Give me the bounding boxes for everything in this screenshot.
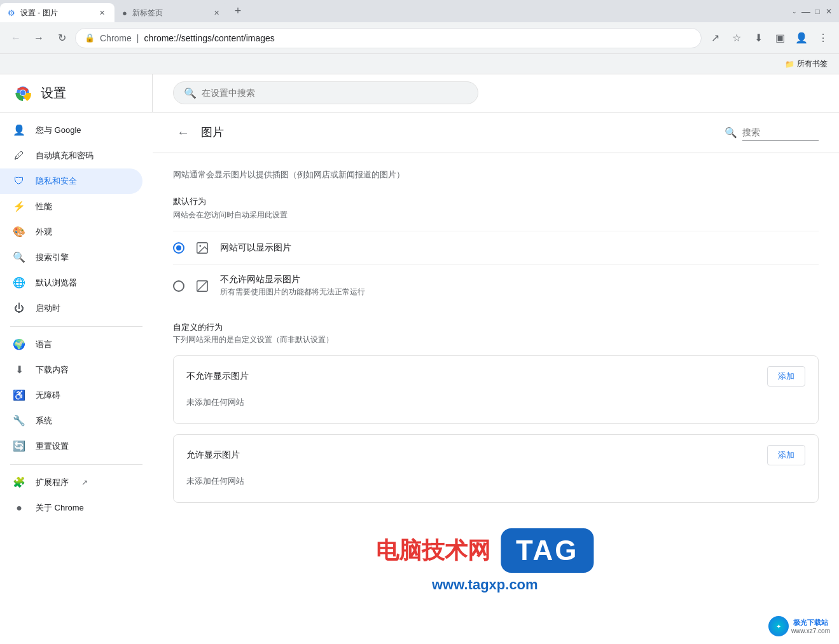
sidebar-label-browser: 默认浏览器: [36, 277, 77, 289]
download-icon[interactable]: ⬇: [749, 29, 768, 48]
bookmarks-folder[interactable]: 📁 所有书签: [780, 56, 833, 72]
sidebar-item-autofill[interactable]: 🖊 自动填充和密码: [0, 143, 142, 168]
allow-images-option[interactable]: 网站可以显示图片: [173, 231, 819, 264]
bookmark-icon[interactable]: ☆: [727, 29, 746, 48]
panel-search-input[interactable]: [742, 125, 819, 140]
extensions-icon: 🧩: [13, 476, 25, 489]
sidebar-label-reset: 重置设置: [36, 441, 69, 452]
allow-list-empty: 未添加任何网站: [186, 470, 805, 492]
sidebar-item-search[interactable]: 🔍 搜索引擎: [0, 245, 142, 270]
sidebar-item-browser[interactable]: 🌐 默认浏览器: [0, 270, 142, 296]
sidebar-item-startup[interactable]: ⏻ 启动时: [0, 296, 142, 321]
titlebar: ⚙ 设置 - 图片 ✕ ● 新标签页 ✕ + ⌄ — □ ✕: [0, 0, 839, 22]
panel-search-icon: 🔍: [725, 127, 737, 139]
svg-point-5: [199, 245, 201, 247]
newtab-tab[interactable]: ● 新标签页 ✕: [114, 3, 229, 22]
sidebar-label-startup: 启动时: [36, 303, 60, 314]
allow-images-radio[interactable]: [173, 242, 184, 254]
global-search-icon: 🔍: [184, 87, 197, 99]
sidebar-item-download[interactable]: ⬇ 下载内容: [0, 357, 142, 383]
profile-icon[interactable]: 👤: [792, 29, 811, 48]
allow-list-add-button[interactable]: 添加: [767, 445, 805, 465]
sidebar-item-privacy[interactable]: 🛡 隐私和安全: [0, 168, 142, 194]
share-icon[interactable]: ↗: [705, 29, 725, 48]
block-images-label: 不允许网站显示图片: [220, 274, 819, 285]
radio-inner-dot: [176, 245, 181, 250]
global-search-box[interactable]: 🔍: [173, 81, 478, 104]
allow-list-title: 允许显示图片: [186, 449, 240, 461]
svg-line-7: [197, 281, 208, 292]
allow-list-section: 允许显示图片 添加 未添加任何网站: [173, 434, 819, 503]
sidebar-label-accessibility: 无障碍: [36, 390, 60, 401]
performance-icon: ⚡: [13, 200, 25, 213]
sidebar-divider-1: [10, 326, 142, 327]
addressbar: ← → ↻ 🔒 Chrome | chrome://settings/conte…: [0, 22, 839, 54]
allow-images-icon: [195, 240, 210, 256]
system-icon: 🔧: [13, 414, 25, 427]
forward-button[interactable]: →: [29, 29, 48, 48]
minimize-arrow: ⌄: [789, 6, 800, 17]
address-separator: |: [137, 33, 139, 43]
back-button[interactable]: ←: [6, 29, 25, 48]
accessibility-icon: ♿: [13, 389, 25, 402]
new-tab-button[interactable]: +: [229, 3, 247, 20]
settings-tab[interactable]: ⚙ 设置 - 图片 ✕: [0, 3, 114, 22]
panel-description: 网站通常会显示图片以提供插图（例如网店或新闻报道的图片）: [173, 168, 819, 181]
block-images-text: 不允许网站显示图片 所有需要使用图片的功能都将无法正常运行: [220, 274, 819, 298]
settings-tab-title: 设置 - 图片: [20, 8, 92, 18]
sidebar-label-autofill: 自动填充和密码: [36, 150, 94, 161]
download-icon: ⬇: [13, 364, 25, 376]
sidebar-item-performance[interactable]: ⚡ 性能: [0, 194, 142, 219]
settings-tab-favicon: ⚙: [8, 8, 15, 18]
right-panel: ← 图片 🔍 网站通常会显示图片以提供插图（例如网店或新闻报道的图片）: [153, 113, 839, 644]
sidebar-item-google[interactable]: 👤 您与 Google: [0, 118, 142, 143]
address-bar[interactable]: 🔒 Chrome | chrome://settings/content/ima…: [75, 28, 702, 48]
settings-tab-close[interactable]: ✕: [97, 8, 107, 18]
newtab-close[interactable]: ✕: [211, 8, 221, 18]
block-images-sublabel: 所有需要使用图片的功能都将无法正常运行: [220, 287, 819, 298]
browser-icon: 🌐: [13, 277, 25, 289]
sidebar-item-system[interactable]: 🔧 系统: [0, 408, 142, 434]
newtab-favicon: ●: [122, 8, 127, 18]
appearance-icon: 🎨: [13, 226, 25, 238]
address-scheme: Chrome: [100, 33, 132, 43]
sidebar-item-accessibility[interactable]: ♿ 无障碍: [0, 383, 142, 408]
default-behavior-section: 默认行为 网站会在您访问时自动采用此设置: [173, 196, 819, 306]
chrome-logo-icon: [13, 83, 33, 103]
autofill-icon: 🖊: [13, 149, 25, 162]
sidebar-item-appearance[interactable]: 🎨 外观: [0, 219, 142, 245]
block-images-radio[interactable]: [173, 280, 184, 292]
sidebar-label-about: 关于 Chrome: [36, 502, 84, 514]
global-search-area: 🔍: [153, 81, 839, 104]
sidebar-item-about[interactable]: ● 关于 Chrome: [0, 495, 142, 521]
sidebar-item-language[interactable]: 🌍 语言: [0, 332, 142, 357]
allow-images-text: 网站可以显示图片: [220, 242, 819, 254]
restore-button[interactable]: □: [812, 6, 822, 17]
panel-back-button[interactable]: ←: [173, 122, 193, 142]
sidebar-item-reset[interactable]: 🔄 重置设置: [0, 434, 142, 459]
toolbar-icons: ↗ ☆ ⬇ ▣ 👤 ⋮: [705, 29, 833, 48]
privacy-icon: 🛡: [13, 175, 25, 188]
search-engine-icon: 🔍: [13, 251, 25, 264]
block-images-option[interactable]: 不允许网站显示图片 所有需要使用图片的功能都将无法正常运行: [173, 264, 819, 306]
sidebar-label-language: 语言: [36, 339, 52, 350]
global-search-input[interactable]: [202, 88, 468, 98]
settings-logo-area: 设置: [0, 74, 153, 112]
close-button[interactable]: ✕: [824, 6, 834, 17]
reload-button[interactable]: ↻: [52, 29, 71, 48]
panel-search: 🔍: [725, 125, 819, 140]
block-list-add-button[interactable]: 添加: [767, 366, 805, 387]
panel-header-left: ← 图片: [173, 122, 224, 142]
custom-behavior-section: 自定义的行为 下列网站采用的是自定义设置（而非默认设置） 不允许显示图片 添加 …: [173, 322, 819, 503]
folder-label: 所有书签: [797, 58, 828, 69]
sidebar-item-extensions[interactable]: 🧩 扩展程序 ↗: [0, 470, 142, 495]
settings-layout: 👤 您与 Google 🖊 自动填充和密码 🛡 隐私和安全 ⚡ 性能: [0, 113, 839, 644]
minimize-button[interactable]: —: [801, 6, 811, 17]
external-link-icon: ↗: [81, 478, 88, 487]
sidebar-divider-2: [10, 464, 142, 465]
splitscreen-icon[interactable]: ▣: [770, 29, 789, 48]
reset-icon: 🔄: [13, 440, 25, 453]
custom-behavior-subtitle: 下列网站采用的是自定义设置（而非默认设置）: [173, 334, 819, 345]
menu-icon[interactable]: ⋮: [814, 29, 833, 48]
allow-list-header: 允许显示图片 添加: [186, 445, 805, 465]
